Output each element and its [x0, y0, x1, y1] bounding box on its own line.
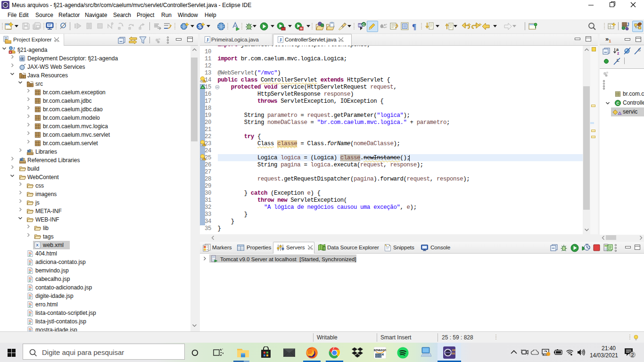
- svg-text:EE: EE: [452, 349, 455, 352]
- svg-text:2: 2: [631, 352, 634, 358]
- svg-text:IDE: IDE: [452, 353, 455, 355]
- svg-text:z: z: [617, 51, 619, 55]
- svg-text:J: J: [206, 37, 209, 42]
- svg-text:J: J: [627, 22, 629, 27]
- svg-text:3.0: 3.0: [20, 58, 24, 60]
- svg-text:¶: ¶: [412, 22, 416, 31]
- svg-text:C: C: [616, 101, 619, 106]
- svg-text:J: J: [280, 37, 282, 42]
- svg-text:J: J: [13, 46, 15, 50]
- svg-text:C: C: [363, 23, 365, 27]
- svg-text:X: X: [36, 243, 39, 247]
